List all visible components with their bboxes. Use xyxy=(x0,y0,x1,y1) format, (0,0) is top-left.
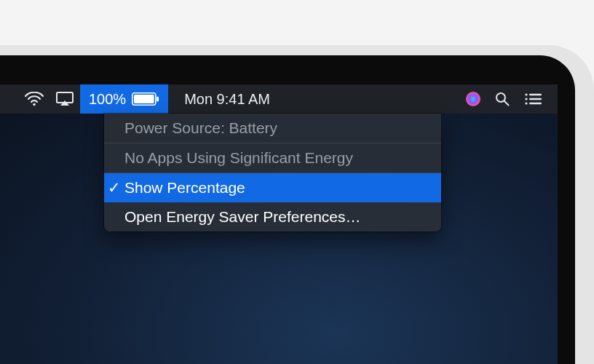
power-source-label: Power Source: Battery xyxy=(104,114,441,143)
svg-line-7 xyxy=(504,101,509,106)
show-percentage-item[interactable]: ✓ Show Percentage xyxy=(104,173,441,202)
spotlight-search-icon[interactable] xyxy=(488,84,517,114)
svg-rect-9 xyxy=(529,94,542,95)
menu-bar-clock[interactable]: Mon 9:41 AM xyxy=(184,91,270,108)
device-frame: 100% Mon 9:41 AM xyxy=(0,45,594,364)
svg-point-8 xyxy=(525,93,527,95)
svg-point-10 xyxy=(525,98,527,100)
svg-rect-13 xyxy=(529,103,542,104)
screen: 100% Mon 9:41 AM xyxy=(0,84,558,364)
svg-point-6 xyxy=(496,93,505,102)
menu-bar: 100% Mon 9:41 AM xyxy=(0,84,558,114)
show-percentage-label: Show Percentage xyxy=(124,179,245,197)
wifi-icon[interactable] xyxy=(19,84,50,114)
siri-icon[interactable] xyxy=(459,84,488,114)
notification-center-icon[interactable] xyxy=(517,84,549,114)
checkmark-icon: ✓ xyxy=(104,179,124,197)
battery-dropdown-menu: Power Source: Battery No Apps Using Sign… xyxy=(104,114,441,232)
battery-icon xyxy=(132,92,159,106)
svg-rect-3 xyxy=(134,95,154,103)
svg-point-0 xyxy=(33,103,36,106)
svg-point-12 xyxy=(525,102,527,104)
battery-menu-item[interactable]: 100% xyxy=(80,84,168,114)
svg-rect-4 xyxy=(157,97,159,102)
device-bezel-inner: 100% Mon 9:41 AM xyxy=(0,55,575,364)
battery-percentage: 100% xyxy=(89,91,126,108)
svg-point-5 xyxy=(466,92,480,106)
airplay-icon[interactable] xyxy=(50,84,80,114)
open-energy-saver-item[interactable]: Open Energy Saver Preferences… xyxy=(104,202,441,232)
svg-rect-11 xyxy=(529,98,542,100)
energy-apps-label: No Apps Using Significant Energy xyxy=(104,143,441,173)
